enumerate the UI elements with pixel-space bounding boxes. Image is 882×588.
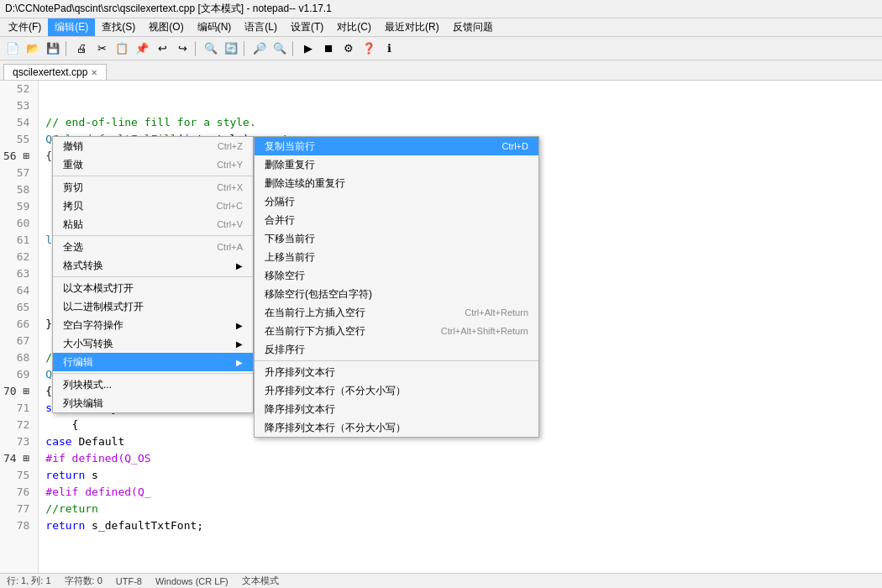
menu-whitespace-label: 空白字符操作 [63,318,123,333]
submenu-move-line-up[interactable]: 上移当前行 [255,248,538,266]
tab-close[interactable]: ✕ [91,68,97,77]
submenu-sort-desc[interactable]: 降序排列文本行 [255,400,538,418]
menu-selectall[interactable]: 全选 Ctrl+A [53,238,253,256]
line-numbers: 52 53 54 55 56 ⊞ 57 58 59 60 61 62 63 64… [0,81,39,573]
toolbar-save[interactable]: 💾 [44,39,62,58]
menu-format-arrow: ▶ [236,261,243,270]
line-num-54: 54 [3,114,34,131]
submenu-copy-line[interactable]: 复制当前行 Ctrl+D [255,137,538,155]
submenu-delete-dup-label: 删除重复行 [265,158,315,172]
toolbar-replace[interactable]: 🔄 [222,39,240,58]
submenu-sort-asc-ci-label: 升序排列文本行（不分大小写） [265,384,406,398]
menu-lang[interactable]: 语言(L) [238,18,284,36]
menu-encode[interactable]: 编码(N) [191,18,239,36]
menu-redo-label: 重做 [63,158,83,172]
menu-undo[interactable]: 撤销 Ctrl+Z [53,137,253,155]
toolbar-new[interactable]: 📄 [3,39,22,58]
toolbar-undo[interactable]: ↩ [153,39,171,58]
menu-line-edit[interactable]: 行编辑 ▶ [53,353,253,371]
submenu-split-line[interactable]: 分隔行 [255,192,538,211]
title-text: D:\CCNotePad\qscint\src\qscilexertext.cp… [5,2,332,16]
line-num-68: 68 [3,349,34,366]
submenu-sort-asc-label: 升序排列文本行 [265,365,335,380]
submenu-delete-dup[interactable]: 删除重复行 [255,155,538,174]
toolbar-info[interactable]: ℹ [380,39,398,58]
toolbar-settings[interactable]: ⚙ [339,39,358,58]
menu-column-edit[interactable]: 列块编辑 [53,394,253,412]
submenu-insert-below[interactable]: 在当前行下方插入空行 Ctrl+Alt+Shift+Return [255,322,538,340]
menu-whitespace[interactable]: 空白字符操作 ▶ [53,316,253,334]
toolbar-sep1 [66,41,69,56]
line-num-74: 74 ⊞ [3,450,34,467]
menu-format-label: 格式转换 [63,259,103,273]
menu-format-convert[interactable]: 格式转换 ▶ [53,256,253,275]
toolbar-find[interactable]: 🔍 [202,39,220,58]
submenu-move-line-down-label: 下移当前行 [265,232,315,246]
toolbar-run[interactable]: ▶ [299,39,318,58]
menu-selectall-shortcut: Ctrl+A [217,242,243,252]
line-num-60: 60 [3,215,34,232]
toolbar-sep3 [244,41,247,56]
submenu-reverse-sort[interactable]: 反排序行 [255,340,538,359]
line-num-61: 61 [3,232,34,249]
menu-column-edit-label: 列块编辑 [63,396,103,411]
submenu-remove-empty-ws[interactable]: 移除空行(包括空白字符) [255,285,538,303]
toolbar-zoomout[interactable]: 🔍 [270,39,289,58]
submenu-insert-above-shortcut: Ctrl+Alt+Return [465,307,528,318]
toolbar-copy[interactable]: 📋 [113,39,131,58]
menu-case[interactable]: 大小写转换 ▶ [53,334,253,353]
menu-open-binary[interactable]: 以二进制模式打开 [53,297,253,316]
toolbar-print[interactable]: 🖨 [72,39,91,58]
menu-compare[interactable]: 对比(C) [330,18,378,36]
tab-bar: qscilexertext.cpp ✕ [0,60,882,81]
menu-redo[interactable]: 重做 Ctrl+Y [53,155,253,174]
menu-cut[interactable]: 剪切 Ctrl+X [53,178,253,197]
submenu-insert-above[interactable]: 在当前行上方插入空行 Ctrl+Alt+Return [255,303,538,322]
menu-file[interactable]: 文件(F) [2,18,48,36]
submenu-sort-asc-ci[interactable]: 升序排列文本行（不分大小写） [255,381,538,400]
submenu-delete-consec-dup-label: 删除连续的重复行 [265,176,345,191]
submenu-move-line-up-label: 上移当前行 [265,250,315,265]
toolbar-help[interactable]: ❓ [360,39,378,58]
submenu-insert-below-label: 在当前行下方插入空行 [265,324,365,339]
code-line-77: //return [45,501,875,517]
line-num-57: 57 [3,165,34,181]
submenu-remove-empty[interactable]: 移除空行 [255,266,538,285]
submenu-sort-asc[interactable]: 升序排列文本行 [255,363,538,381]
code-line-78: return s_defaultTxtFont; [45,517,875,534]
menu-paste[interactable]: 粘贴 Ctrl+V [53,215,253,234]
code-line-76: #elif defined(Q_ [45,484,875,501]
submenu-delete-consec-dup[interactable]: 删除连续的重复行 [255,174,538,192]
menu-recent[interactable]: 最近对比(R) [378,18,446,36]
toolbar-cut[interactable]: ✂ [92,39,111,58]
menu-sep1 [53,176,253,176]
status-lineending: Windows (CR LF) [155,576,228,586]
toolbar-zoomin[interactable]: 🔎 [250,39,269,58]
line-num-70: 70 ⊞ [3,383,34,400]
toolbar-redo[interactable]: ↪ [173,39,192,58]
submenu-sort-desc-ci[interactable]: 降序排列文本行（不分大小写） [255,418,538,437]
menu-settings[interactable]: 设置(T) [284,18,330,36]
line-num-75: 75 [3,467,34,484]
toolbar-paste[interactable]: 📌 [133,39,151,58]
menu-edit[interactable]: 编辑(E) [48,18,95,36]
menu-column-mode[interactable]: 列块模式... [53,375,253,394]
menu-copy-label: 拷贝 [63,199,83,213]
menu-open-text[interactable]: 以文本模式打开 [53,279,253,297]
menu-feedback[interactable]: 反馈问题 [446,18,500,36]
title-bar: D:\CCNotePad\qscint\src\qscilexertext.cp… [0,0,882,18]
tab-file[interactable]: qscilexertext.cpp ✕ [3,64,107,80]
submenu-copy-line-shortcut: Ctrl+D [502,141,528,151]
toolbar-open[interactable]: 📂 [24,39,42,58]
line-num-69: 69 [3,366,34,383]
submenu-insert-below-shortcut: Ctrl+Alt+Shift+Return [441,326,528,336]
menu-copy[interactable]: 拷贝 Ctrl+C [53,197,253,215]
menu-open-binary-label: 以二进制模式打开 [63,300,144,314]
menu-whitespace-arrow: ▶ [236,321,243,330]
toolbar-stop[interactable]: ⏹ [319,39,338,58]
menu-search[interactable]: 查找(S) [95,18,142,36]
menu-view[interactable]: 视图(O) [142,18,190,36]
submenu-join-line[interactable]: 合并行 [255,211,538,229]
menu-undo-shortcut: Ctrl+Z [218,141,243,151]
submenu-move-line-down[interactable]: 下移当前行 [255,229,538,248]
